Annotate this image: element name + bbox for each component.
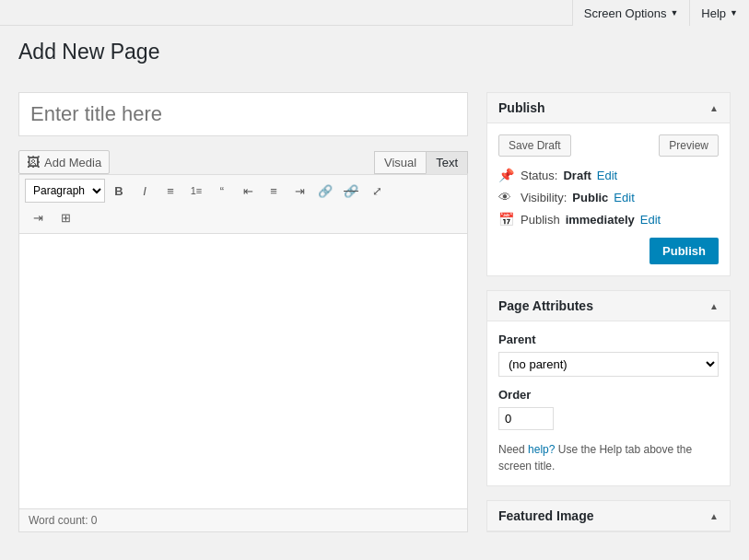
save-draft-button[interactable]: Save Draft (498, 134, 571, 157)
visibility-value: Public (572, 191, 608, 204)
align-center-button[interactable]: ≡ (262, 179, 286, 203)
calendar-icon: 📅 (498, 212, 515, 227)
publish-time-label: Publish (521, 213, 560, 227)
status-icon: 📌 (498, 168, 515, 182)
publish-btn-row: Publish (498, 238, 719, 264)
page-attributes-title: Page Attributes (498, 298, 593, 313)
publish-box-header: Publish ▲ (487, 93, 730, 123)
table-button[interactable]: ⊞ (53, 205, 78, 229)
publish-box-title: Publish (498, 100, 545, 115)
help-button[interactable]: Help ▼ (689, 0, 749, 26)
tab-visual[interactable]: Visual (374, 151, 426, 174)
publish-collapse-arrow: ▲ (709, 103, 719, 113)
bullet-list-button[interactable]: ≡ (158, 179, 182, 203)
align-left-button[interactable]: ⇤ (236, 179, 260, 203)
publish-button[interactable]: Publish (650, 238, 719, 264)
publish-collapse-button[interactable]: ▲ (709, 103, 719, 113)
visibility-row: 👁 Visibility: Public Edit (498, 190, 719, 204)
visibility-edit-link[interactable]: Edit (614, 191, 634, 204)
page-attributes-arrow: ▲ (709, 301, 719, 311)
order-label: Order (498, 388, 719, 402)
screen-options-button[interactable]: Screen Options ▼ (572, 0, 690, 26)
help-label: Help (701, 6, 726, 20)
unlink-button[interactable]: 🔗 (339, 179, 363, 203)
add-media-button[interactable]: 🖼 Add Media (18, 150, 110, 174)
fullscreen-button[interactable]: ⤢ (365, 179, 389, 203)
draft-preview-row: Save Draft Preview (498, 134, 719, 157)
editor-footer: Word count: 0 (18, 509, 468, 532)
screen-options-label: Screen Options (584, 6, 667, 20)
page-attributes-box: Page Attributes ▲ Parent (no parent) Ord… (486, 290, 731, 486)
help-text: Need help? Use the Help tab above the sc… (498, 441, 719, 474)
page-attributes-header: Page Attributes ▲ (487, 291, 730, 321)
add-media-icon: 🖼 (27, 155, 40, 169)
publish-time-edit-link[interactable]: Edit (640, 213, 661, 227)
editor-toolbar: Paragraph B I ≡ 1≡ “ ⇤ (18, 174, 468, 233)
toolbar-row-2: ⇥ ⊞ (25, 205, 462, 229)
blockquote-button[interactable]: “ (210, 179, 234, 203)
publish-box: Publish ▲ Save Draft Preview 📌 S (486, 92, 731, 276)
visibility-label: Visibility: (521, 191, 567, 204)
status-label: Status: (521, 169, 557, 182)
featured-image-header: Featured Image ▲ (487, 501, 730, 531)
editor-body[interactable] (18, 233, 468, 509)
page-title: Add New Page (0, 26, 749, 64)
featured-image-box: Featured Image ▲ (486, 500, 731, 532)
align-right-button[interactable]: ⇥ (287, 179, 311, 203)
link-button[interactable]: 🔗 (313, 179, 337, 203)
bold-button[interactable]: B (107, 179, 131, 203)
italic-button[interactable]: I (133, 179, 157, 203)
numbered-list-button[interactable]: 1≡ (184, 179, 208, 203)
parent-label: Parent (498, 332, 719, 346)
featured-image-title: Featured Image (498, 508, 593, 523)
help-chevron: ▼ (730, 8, 738, 18)
sidebar: Publish ▲ Save Draft Preview 📌 S (486, 92, 731, 546)
publish-box-content: Save Draft Preview 📌 Status: Draft Edit … (487, 123, 730, 275)
paragraph-select[interactable]: Paragraph (25, 179, 105, 203)
preview-button[interactable]: Preview (659, 134, 719, 157)
status-value: Draft (563, 169, 591, 182)
editor-tabs: Visual Text (374, 151, 468, 174)
status-edit-link[interactable]: Edit (597, 169, 617, 182)
screen-options-chevron: ▼ (670, 8, 678, 18)
editor-area: 🖼 Add Media Visual Text Paragraph B (18, 92, 468, 532)
title-input[interactable] (18, 92, 468, 136)
publish-time-value: immediately (566, 213, 635, 227)
page-attributes-collapse-button[interactable]: ▲ (709, 301, 719, 311)
order-input[interactable] (498, 407, 554, 430)
featured-image-arrow: ▲ (709, 511, 719, 521)
add-media-label: Add Media (44, 156, 101, 169)
toolbar-row-1: Paragraph B I ≡ 1≡ “ ⇤ (25, 179, 462, 203)
featured-image-collapse-button[interactable]: ▲ (709, 511, 719, 521)
help-link[interactable]: help? (528, 443, 555, 456)
indent-button[interactable]: ⇥ (25, 205, 51, 229)
add-media-bar: 🖼 Add Media Visual Text (18, 150, 468, 174)
parent-select[interactable]: (no parent) (498, 352, 719, 377)
tab-text[interactable]: Text (426, 151, 468, 174)
publish-time-row: 📅 Publish immediately Edit (498, 212, 719, 227)
visibility-icon: 👁 (498, 190, 515, 204)
page-attributes-content: Parent (no parent) Order Need help? Use … (487, 321, 730, 485)
status-row: 📌 Status: Draft Edit (498, 168, 719, 182)
word-count-label: Word count: 0 (29, 514, 97, 527)
